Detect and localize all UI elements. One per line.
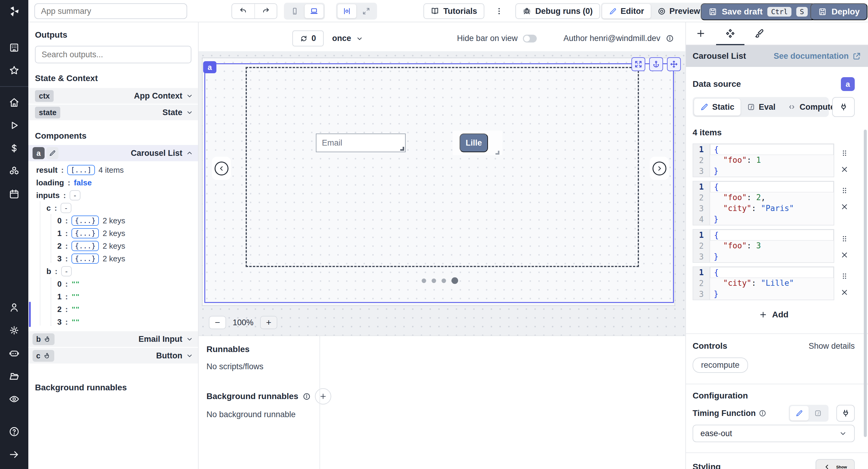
- context-row-ctx[interactable]: ctx App Context: [28, 88, 198, 104]
- windmill-logo-icon[interactable]: [7, 5, 21, 18]
- left-panel-scrollbar[interactable]: [29, 302, 31, 327]
- carousel-dot[interactable]: [422, 279, 426, 283]
- delete-item-button[interactable]: [840, 288, 849, 296]
- variables-dollar-icon[interactable]: [7, 142, 21, 155]
- see-documentation-link[interactable]: See documentation: [774, 52, 861, 61]
- drag-handle-icon[interactable]: [840, 234, 849, 243]
- connect-plug-button[interactable]: [832, 97, 855, 117]
- hide-bar-toggle[interactable]: [523, 35, 537, 42]
- tab-insert-component[interactable]: [686, 22, 715, 44]
- fullscreen-button[interactable]: [356, 4, 376, 19]
- app-canvas[interactable]: a Email Lille − 100% +: [198, 51, 685, 336]
- move-component-button[interactable]: [667, 57, 681, 71]
- ai-robot-icon[interactable]: [7, 347, 21, 360]
- lille-button-component[interactable]: Lille: [460, 133, 488, 152]
- preview-tab[interactable]: Preview: [651, 4, 707, 19]
- delete-item-button[interactable]: [840, 165, 849, 174]
- chevron-down-icon[interactable]: [186, 109, 193, 116]
- users-person-icon[interactable]: [7, 301, 21, 314]
- mobile-view-button[interactable]: [285, 4, 304, 19]
- show-details-link[interactable]: Show details: [809, 342, 855, 351]
- connect-plug-button[interactable]: [836, 405, 855, 422]
- chevron-down-icon[interactable]: [186, 352, 193, 359]
- collapse-pill[interactable]: -: [61, 203, 71, 213]
- add-background-runnable-button[interactable]: [315, 388, 331, 405]
- drag-handle-icon[interactable]: [840, 149, 849, 157]
- tab-styling[interactable]: [745, 22, 775, 44]
- resize-handle[interactable]: [495, 151, 499, 155]
- audit-eye-icon[interactable]: [7, 393, 21, 406]
- add-item-button[interactable]: Add: [692, 309, 855, 320]
- expand-component-button[interactable]: [631, 57, 645, 71]
- undo-button[interactable]: [232, 4, 254, 19]
- zoom-in-button[interactable]: +: [260, 316, 277, 329]
- carousel-dot[interactable]: [441, 279, 446, 283]
- collapse-pill[interactable]: -: [61, 266, 72, 276]
- app-summary-input[interactable]: [34, 3, 187, 19]
- editor-tab[interactable]: Editor: [602, 4, 651, 19]
- search-outputs-input[interactable]: [35, 46, 191, 63]
- runs-play-icon[interactable]: [7, 119, 21, 132]
- info-icon[interactable]: [303, 393, 311, 401]
- debug-runs-button[interactable]: Debug runs (0): [516, 3, 600, 19]
- resize-handle[interactable]: [400, 147, 404, 151]
- frequency-dropdown[interactable]: once: [332, 30, 363, 46]
- save-draft-button[interactable]: Save draft Ctrl S: [701, 3, 815, 20]
- delete-item-button[interactable]: [840, 251, 849, 259]
- inspector-scrollbar[interactable]: [864, 130, 867, 437]
- schedules-calendar-icon[interactable]: [7, 187, 21, 201]
- resources-blocks-icon[interactable]: [7, 164, 21, 178]
- collapse-arrow-right-icon[interactable]: [7, 448, 21, 461]
- delete-item-button[interactable]: [840, 202, 849, 211]
- component-row-email-input[interactable]: b Email Input: [28, 331, 198, 347]
- component-row-carousel[interactable]: a Carousel List: [28, 145, 198, 161]
- chevron-down-icon[interactable]: [186, 92, 193, 99]
- timing-static-tab[interactable]: [790, 406, 809, 420]
- carousel-prev-button[interactable]: [212, 157, 231, 180]
- help-question-icon[interactable]: [7, 425, 21, 438]
- recompute-button[interactable]: recompute: [692, 357, 748, 373]
- carousel-dot[interactable]: [432, 279, 436, 283]
- component-row-button[interactable]: c Button: [28, 348, 198, 364]
- tutorials-button[interactable]: Tutorials: [424, 3, 484, 19]
- rename-pencil-icon[interactable]: [46, 147, 59, 159]
- carousel-next-button[interactable]: [650, 157, 669, 180]
- chevron-up-icon[interactable]: [186, 150, 193, 157]
- info-icon[interactable]: [666, 34, 674, 42]
- show-styling-button[interactable]: Show: [815, 459, 855, 469]
- json-editor[interactable]: 1234{ "foo": 2, "city": "Paris"}: [692, 181, 834, 225]
- email-input-component[interactable]: Email: [316, 133, 406, 152]
- object-pill[interactable]: {...}: [71, 216, 99, 226]
- favorites-star-icon[interactable]: [7, 64, 21, 77]
- deploy-button[interactable]: Deploy: [810, 3, 867, 20]
- chevron-down-icon[interactable]: [186, 336, 193, 343]
- mode-static-tab[interactable]: Static: [694, 98, 741, 116]
- drag-handle-icon[interactable]: [840, 272, 849, 280]
- refresh-count-button[interactable]: 0: [292, 30, 324, 46]
- array-pill[interactable]: [...]: [67, 165, 95, 175]
- drag-handle-icon[interactable]: [840, 186, 849, 195]
- anchor-component-button[interactable]: [649, 57, 663, 71]
- tab-component-settings[interactable]: [715, 22, 745, 44]
- timing-function-select[interactable]: ease-out: [692, 425, 855, 442]
- home-icon[interactable]: [7, 96, 21, 109]
- carousel-dot[interactable]: [452, 277, 458, 284]
- settings-gear-icon[interactable]: [7, 324, 21, 337]
- desktop-view-button[interactable]: [304, 4, 324, 19]
- selected-component-tag[interactable]: a: [203, 61, 216, 73]
- workspace-icon[interactable]: [7, 41, 21, 54]
- more-options-kebab-button[interactable]: [492, 3, 507, 19]
- zoom-out-button[interactable]: −: [209, 316, 226, 329]
- folders-icon[interactable]: [7, 370, 21, 383]
- context-row-state[interactable]: state State: [28, 104, 198, 120]
- object-pill[interactable]: {...}: [71, 241, 99, 251]
- center-content-button[interactable]: [337, 4, 356, 19]
- timing-eval-tab[interactable]: f: [809, 406, 827, 420]
- json-editor[interactable]: 123{ "foo": 1}: [692, 144, 834, 177]
- info-icon[interactable]: [758, 409, 767, 417]
- mode-eval-tab[interactable]: f Eval: [741, 98, 782, 116]
- json-editor[interactable]: 123{ "foo": 3}: [692, 229, 834, 263]
- object-pill[interactable]: {...}: [71, 253, 99, 264]
- json-editor[interactable]: 123{ "city": "Lille"}: [692, 267, 834, 300]
- collapse-pill[interactable]: -: [70, 190, 81, 200]
